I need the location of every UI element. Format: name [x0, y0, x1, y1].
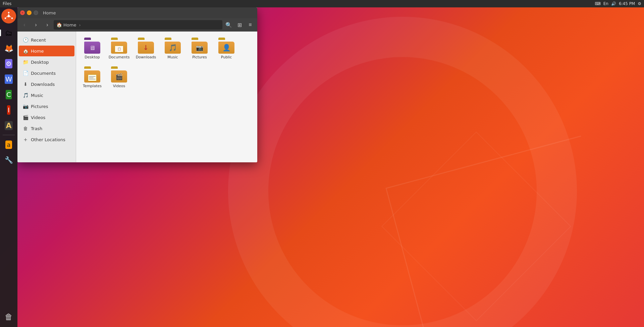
- clock: 6:45 PM: [619, 1, 635, 6]
- folder-documents-icon: 📋: [111, 38, 127, 54]
- file-label: Videos: [113, 84, 125, 89]
- volume-icon[interactable]: 🔊: [611, 1, 616, 6]
- sidebar: 🕐 Recent 🏠 Home 📁 Desktop 📄 Documents ⬇ …: [17, 32, 76, 162]
- list-item[interactable]: Templates: [80, 64, 104, 91]
- toolbar: ‹ › › 🏠 Home › 🔍 ⊞ ≡: [17, 18, 257, 32]
- dock-item-browser[interactable]: 🦊: [1, 41, 16, 56]
- dock-trash: 🗑: [1, 310, 16, 324]
- sidebar-item-videos[interactable]: 🎬 Videos: [19, 112, 74, 123]
- folder-desktop-icon: 🖥: [84, 38, 100, 54]
- topbar: Files ⌨ En 🔊 6:45 PM ⚙: [0, 0, 644, 7]
- maximize-button[interactable]: □: [34, 10, 38, 15]
- file-label: Pictures: [192, 55, 207, 60]
- language-indicator[interactable]: En: [603, 1, 608, 6]
- dock-separator: [3, 135, 15, 135]
- videos-icon: 🎬: [23, 115, 28, 120]
- dock-item-files[interactable]: 🗂: [1, 25, 16, 40]
- decorative-rhombus: [381, 131, 571, 321]
- forward-icon: ›: [35, 22, 37, 28]
- grid-view-icon: ⊞: [237, 22, 242, 28]
- file-area: 🖥 Desktop 📋 Documen: [76, 32, 257, 162]
- sidebar-item-downloads[interactable]: ⬇ Downloads: [19, 79, 74, 90]
- breadcrumb-expand-icon[interactable]: ›: [79, 22, 80, 28]
- system-settings-icon[interactable]: ⚙: [638, 1, 641, 6]
- window-title: Home: [43, 10, 56, 15]
- topbar-files-label[interactable]: Files: [3, 1, 11, 6]
- close-button[interactable]: ×: [20, 10, 25, 15]
- forward-button[interactable]: ›: [31, 20, 41, 30]
- toolbar-right: 🔍 ⊞ ≡: [224, 20, 255, 30]
- breadcrumb-home-icon: 🏠: [56, 22, 62, 28]
- breadcrumb[interactable]: 🏠 Home ›: [54, 20, 222, 30]
- search-button[interactable]: 🔍: [224, 20, 234, 30]
- sidebar-item-home[interactable]: 🏠 Home: [19, 46, 74, 56]
- list-item[interactable]: 🎵 Music: [161, 36, 185, 62]
- keyboard-icon[interactable]: ⌨: [595, 1, 600, 6]
- sidebar-label-trash: Trash: [31, 126, 42, 131]
- sidebar-item-recent[interactable]: 🕐 Recent: [19, 35, 74, 45]
- sidebar-item-other-locations[interactable]: + Other Locations: [19, 134, 74, 145]
- dock-item-trash[interactable]: 🗑: [1, 310, 16, 324]
- file-grid: 🖥 Desktop 📋 Documen: [80, 36, 253, 91]
- dock-item-calc[interactable]: C: [1, 87, 16, 102]
- back-button[interactable]: ‹: [19, 20, 30, 30]
- sidebar-label-downloads: Downloads: [31, 82, 55, 87]
- sidebar-item-music[interactable]: 🎵 Music: [19, 90, 74, 101]
- minimize-button[interactable]: −: [27, 10, 32, 15]
- svg-line-5: [10, 16, 11, 17]
- downloads-icon: ⬇: [23, 81, 28, 87]
- dock-item-impress[interactable]: I: [1, 103, 16, 117]
- home-icon: 🏠: [23, 48, 28, 54]
- up-icon: ›: [46, 22, 48, 28]
- file-manager-window: × − □ Home ‹ › › 🏠 Home › 🔍 ⊞ ≡: [17, 7, 257, 162]
- dock-item-system-tools[interactable]: 🔧: [1, 153, 16, 167]
- svg-line-6: [6, 16, 7, 17]
- sidebar-item-documents[interactable]: 📄 Documents: [19, 68, 74, 78]
- topbar-left: Files: [3, 1, 11, 6]
- list-item[interactable]: 🎬 Videos: [107, 64, 131, 91]
- sidebar-label-documents: Documents: [31, 71, 56, 76]
- sidebar-label-videos: Videos: [31, 115, 45, 120]
- sidebar-label-home: Home: [31, 49, 44, 54]
- sidebar-item-pictures[interactable]: 📷 Pictures: [19, 101, 74, 112]
- svg-point-3: [5, 17, 6, 19]
- file-label: Downloads: [136, 55, 156, 60]
- dock-item-writer[interactable]: W: [1, 72, 16, 87]
- dock-item-font-viewer[interactable]: A: [1, 118, 16, 133]
- trash-sidebar-icon: 🗑: [23, 126, 28, 131]
- search-icon: 🔍: [225, 22, 232, 28]
- music-icon: 🎵: [23, 93, 28, 98]
- main-area: 🕐 Recent 🏠 Home 📁 Desktop 📄 Documents ⬇ …: [17, 32, 257, 162]
- list-item[interactable]: ↓ Downloads: [134, 36, 158, 62]
- list-item[interactable]: 📷 Pictures: [187, 36, 212, 62]
- other-locations-icon: +: [23, 137, 28, 142]
- file-label: Documents: [109, 55, 130, 60]
- menu-button[interactable]: ≡: [245, 20, 255, 30]
- dock-item-ubuntu-home[interactable]: [1, 9, 16, 23]
- file-label: Templates: [83, 84, 102, 89]
- folder-downloads-icon: ↓: [138, 38, 154, 54]
- sidebar-item-trash[interactable]: 🗑 Trash: [19, 123, 74, 134]
- file-label: Desktop: [85, 55, 100, 60]
- svg-point-2: [11, 17, 13, 19]
- view-toggle-button[interactable]: ⊞: [234, 20, 245, 30]
- topbar-right: ⌨ En 🔊 6:45 PM ⚙: [595, 1, 641, 6]
- desktop-icon: 📁: [23, 59, 28, 65]
- folder-pictures-icon: 📷: [192, 38, 208, 54]
- folder-music-icon: 🎵: [165, 38, 181, 54]
- list-item[interactable]: 🖥 Desktop: [80, 36, 104, 62]
- sidebar-label-desktop: Desktop: [31, 60, 49, 65]
- up-button[interactable]: ›: [42, 20, 52, 30]
- back-icon: ‹: [23, 22, 25, 28]
- dock-item-settings[interactable]: ⚙: [1, 56, 16, 71]
- sidebar-label-other-locations: Other Locations: [31, 137, 65, 142]
- dock-item-amazon[interactable]: a: [1, 137, 16, 152]
- file-label: Public: [221, 55, 232, 60]
- sidebar-label-pictures: Pictures: [31, 104, 48, 109]
- sidebar-item-desktop[interactable]: 📁 Desktop: [19, 57, 74, 67]
- list-item[interactable]: 👤 Public: [214, 36, 238, 62]
- sidebar-label-music: Music: [31, 93, 43, 98]
- folder-public-icon: 👤: [218, 38, 234, 54]
- breadcrumb-text: Home: [63, 22, 76, 28]
- list-item[interactable]: 📋 Documents: [107, 36, 131, 62]
